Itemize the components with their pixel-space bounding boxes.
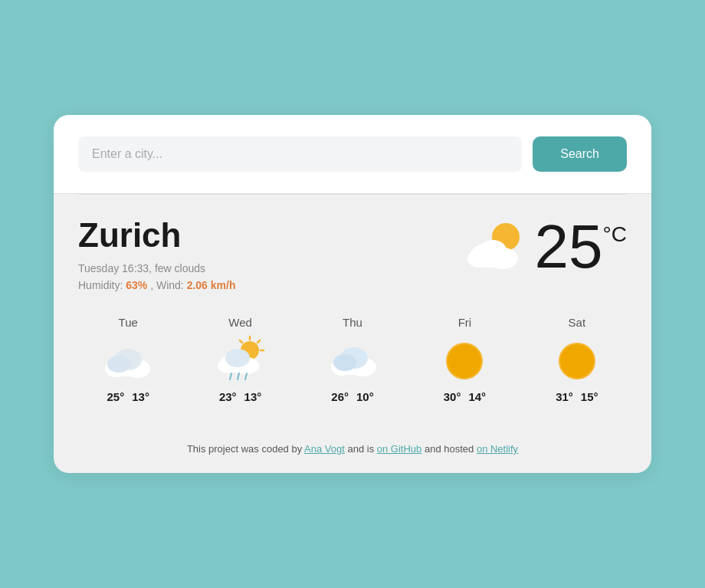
search-bar: Search [54, 115, 651, 194]
forecast-day-fri: Fri 30° 14° [408, 307, 520, 412]
forecast-day-wed: Wed [184, 307, 296, 412]
svg-line-14 [240, 340, 242, 343]
forecast-icon-tue [103, 335, 152, 384]
svg-point-9 [107, 356, 130, 373]
current-temperature: 25 [535, 216, 603, 278]
forecast-icon-sat [553, 335, 602, 384]
day-label: Tue [119, 316, 138, 329]
forecast-temps-tue: 25° 13° [107, 390, 149, 403]
forecast-temps-thu: 26° 10° [331, 390, 373, 403]
svg-point-30 [560, 344, 594, 378]
svg-line-12 [257, 340, 260, 343]
forecast-icon-thu [328, 335, 377, 384]
wind-label: , Wind: [150, 279, 184, 291]
search-button[interactable]: Search [533, 136, 627, 172]
svg-point-26 [333, 354, 356, 371]
wind-value: 2.06 km/h [187, 279, 236, 291]
humidity-value: 63% [126, 279, 147, 291]
low-temp: 13° [244, 390, 262, 403]
svg-point-28 [448, 344, 481, 378]
high-temp: 26° [331, 390, 349, 403]
low-temp: 10° [356, 390, 374, 403]
city-search-input[interactable] [78, 136, 522, 172]
weather-stats: Humidity: 63% , Wind: 2.06 km/h [78, 279, 235, 291]
svg-point-4 [479, 240, 507, 261]
day-label: Wed [228, 316, 252, 329]
svg-line-21 [245, 373, 247, 379]
day-label: Fri [458, 316, 472, 329]
low-temp: 14° [468, 390, 486, 403]
forecast-temps-wed: 23° 13° [219, 390, 261, 403]
temperature-unit: °C [603, 222, 627, 247]
humidity-label: Humidity: [78, 279, 123, 291]
forecast-icon-fri [440, 335, 489, 384]
city-info: Zurich Tuesday 16:33, few clouds Humidit… [78, 216, 235, 291]
forecast-day-sat: Sat 31° 15° [521, 307, 633, 412]
city-name: Zurich [78, 216, 235, 255]
day-label: Thu [343, 316, 362, 329]
current-weather-icon [466, 220, 527, 274]
forecast-temps-sat: 31° 15° [556, 390, 598, 403]
footer-text-middle: and is [345, 443, 377, 455]
high-temp: 30° [444, 390, 461, 403]
forecast-section: Tue 25° 13° Wed [54, 299, 651, 431]
low-temp: 13° [132, 390, 149, 403]
temperature-display: 25 °C [466, 216, 627, 278]
github-link[interactable]: on GitHub [377, 443, 422, 455]
forecast-icon-wed [216, 335, 265, 384]
day-label: Sat [569, 316, 586, 329]
netlify-link[interactable]: on Netlify [477, 443, 518, 455]
svg-line-19 [230, 373, 231, 379]
svg-point-18 [225, 349, 250, 367]
high-temp: 31° [556, 390, 573, 403]
footer: This project was coded by Ana Vogt and i… [54, 431, 651, 473]
weather-card: Search Zurich Tuesday 16:33, few clouds … [54, 115, 651, 473]
footer-text-before: This project was coded by [187, 443, 304, 455]
high-temp: 25° [107, 390, 125, 403]
forecast-day-tue: Tue 25° 13° [72, 307, 184, 412]
high-temp: 23° [219, 390, 237, 403]
forecast-day-thu: Thu 26° 10° [297, 307, 408, 412]
svg-line-20 [238, 373, 239, 379]
forecast-temps-fri: 30° 14° [444, 390, 486, 403]
low-temp: 15° [581, 390, 598, 403]
weather-description: Tuesday 16:33, few clouds [78, 262, 235, 274]
author-link[interactable]: Ana Vogt [304, 443, 345, 455]
current-weather: Zurich Tuesday 16:33, few clouds Humidit… [54, 195, 651, 299]
footer-text-after: and hosted [421, 443, 477, 455]
